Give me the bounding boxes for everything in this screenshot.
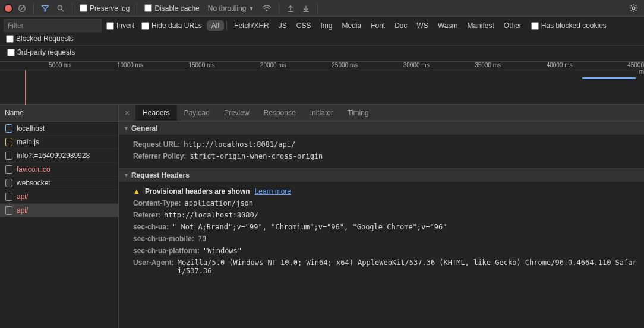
request-item[interactable]: api/ bbox=[0, 204, 118, 217]
timeline-tick: 40000 ms bbox=[547, 62, 573, 68]
type-filter-img[interactable]: Img bbox=[315, 20, 337, 31]
request-item[interactable]: favicon.ico bbox=[0, 163, 118, 176]
network-toolbar: Preserve log Disable cache No throttling… bbox=[0, 0, 644, 17]
detail-tab-preview[interactable]: Preview bbox=[217, 105, 257, 121]
type-filter-all[interactable]: All bbox=[207, 20, 224, 31]
provisional-warning: Provisional headers are shown bbox=[145, 187, 250, 195]
type-filter-wasm[interactable]: Wasm bbox=[433, 20, 463, 31]
header-value: "Windows" bbox=[203, 247, 242, 255]
upload-icon[interactable] bbox=[284, 4, 297, 12]
detail-tabs: × HeadersPayloadPreviewResponseInitiator… bbox=[119, 105, 644, 121]
timeline-tick: 5000 ms bbox=[49, 62, 71, 68]
type-filter-js[interactable]: JS bbox=[274, 20, 292, 31]
timeline-tick: 30000 ms bbox=[403, 62, 430, 68]
timeline-tick: 25000 ms bbox=[332, 62, 358, 68]
header-value: " Not A;Brand";v="99", "Chromium";v="96"… bbox=[172, 223, 447, 231]
timeline-tick: 15000 ms bbox=[188, 62, 214, 68]
general-section-label: General bbox=[131, 124, 158, 133]
header-value: strict-origin-when-cross-origin bbox=[190, 152, 323, 160]
file-icon bbox=[5, 124, 12, 133]
wifi-icon[interactable] bbox=[260, 4, 274, 12]
request-item[interactable]: websocket bbox=[0, 176, 118, 190]
filter-input[interactable] bbox=[4, 19, 102, 32]
header-key: sec-ch-ua-mobile: bbox=[133, 235, 194, 243]
filter-icon[interactable] bbox=[39, 4, 52, 12]
third-party-label: 3rd-party requests bbox=[17, 48, 75, 56]
timeline-tick: 20000 ms bbox=[260, 62, 286, 68]
timeline-tick: 10000 ms bbox=[117, 62, 143, 68]
header-key: Request URL: bbox=[133, 140, 180, 149]
request-detail: × HeadersPayloadPreviewResponseInitiator… bbox=[119, 105, 644, 328]
request-headers-section-header[interactable]: ▼ Request Headers bbox=[119, 168, 644, 182]
request-list: Name localhostmain.jsinfo?t=164099298992… bbox=[0, 105, 119, 328]
gear-icon[interactable] bbox=[627, 4, 640, 12]
type-filter-other[interactable]: Other bbox=[499, 20, 526, 31]
detail-tab-response[interactable]: Response bbox=[257, 105, 303, 121]
invert-checkbox[interactable]: Invert bbox=[104, 21, 137, 30]
header-value: http://localhost:8080/ bbox=[164, 211, 258, 219]
header-value: Mozilla/5.0 (Windows NT 10.0; Win64; x64… bbox=[178, 258, 639, 275]
type-filter-manifest[interactable]: Manifest bbox=[462, 20, 498, 31]
request-item[interactable]: main.js bbox=[0, 135, 118, 149]
has-blocked-cookies-checkbox[interactable]: Has blocked cookies bbox=[529, 21, 609, 30]
file-icon bbox=[5, 152, 12, 160]
header-value: http://localhost:8081/api/ bbox=[184, 140, 295, 149]
blocked-requests-label: Blocked Requests bbox=[16, 34, 74, 43]
general-section-header[interactable]: ▼ General bbox=[119, 121, 644, 135]
header-key: sec-ch-ua: bbox=[133, 223, 169, 231]
throttling-label: No throttling bbox=[208, 4, 247, 12]
svg-line-1 bbox=[20, 6, 24, 10]
request-item[interactable]: info?t=1640992989928 bbox=[0, 149, 118, 163]
header-key: sec-ch-ua-platform: bbox=[133, 247, 200, 255]
request-item[interactable]: api/ bbox=[0, 190, 118, 204]
type-filter-doc[interactable]: Doc bbox=[390, 20, 412, 31]
request-item[interactable]: localhost bbox=[0, 122, 118, 135]
type-filter-fetchxhr[interactable]: Fetch/XHR bbox=[229, 20, 274, 31]
detail-tab-payload[interactable]: Payload bbox=[177, 105, 217, 121]
has-blocked-cookies-label: Has blocked cookies bbox=[541, 21, 607, 30]
request-name: localhost bbox=[17, 124, 45, 133]
clear-icon[interactable] bbox=[15, 4, 29, 12]
disable-cache-label: Disable cache bbox=[154, 4, 199, 12]
disable-cache-checkbox[interactable]: Disable cache bbox=[142, 4, 201, 12]
throttling-select[interactable]: No throttling ▼ bbox=[204, 4, 258, 12]
header-value: ?0 bbox=[198, 235, 206, 243]
close-icon[interactable]: × bbox=[119, 108, 135, 118]
filter-bar-2: 3rd-party requests bbox=[0, 46, 644, 62]
request-name: info?t=1640992989928 bbox=[17, 152, 90, 160]
detail-tab-headers[interactable]: Headers bbox=[135, 105, 176, 121]
third-party-checkbox[interactable]: 3rd-party requests bbox=[5, 48, 77, 56]
search-icon[interactable] bbox=[54, 4, 67, 12]
header-key: Content-Type: bbox=[133, 199, 181, 207]
hide-data-urls-checkbox[interactable]: Hide data URLs bbox=[139, 21, 204, 30]
timeline-marker bbox=[25, 70, 26, 105]
learn-more-link[interactable]: Learn more bbox=[255, 187, 291, 195]
type-filter-ws[interactable]: WS bbox=[412, 20, 433, 31]
download-icon[interactable] bbox=[299, 4, 312, 12]
header-key: Referrer Policy: bbox=[133, 152, 186, 160]
detail-tab-initiator[interactable]: Initiator bbox=[303, 105, 340, 121]
type-filter-css[interactable]: CSS bbox=[292, 20, 316, 31]
invert-label: Invert bbox=[116, 21, 134, 30]
timeline-tick: 35000 ms bbox=[475, 62, 501, 68]
svg-point-5 bbox=[632, 7, 635, 10]
chevron-down-icon: ▼ bbox=[124, 125, 129, 131]
type-filter-media[interactable]: Media bbox=[337, 20, 366, 31]
blocked-requests-checkbox[interactable]: Blocked Requests bbox=[4, 34, 76, 43]
request-name: api/ bbox=[17, 206, 28, 215]
file-icon bbox=[5, 138, 12, 146]
timeline[interactable]: 5000 ms10000 ms15000 ms20000 ms25000 ms3… bbox=[0, 62, 644, 105]
detail-tab-timing[interactable]: Timing bbox=[340, 105, 376, 121]
hide-data-urls-label: Hide data URLs bbox=[151, 21, 202, 30]
preserve-log-checkbox[interactable]: Preserve log bbox=[77, 4, 132, 12]
header-key: Referer: bbox=[133, 211, 160, 219]
timeline-bar bbox=[582, 77, 636, 79]
record-button[interactable] bbox=[4, 4, 13, 13]
svg-point-2 bbox=[58, 5, 62, 10]
name-column-header[interactable]: Name bbox=[0, 105, 118, 122]
header-value: application/json bbox=[184, 199, 253, 207]
svg-line-3 bbox=[62, 9, 64, 11]
request-name: websocket bbox=[17, 179, 50, 187]
type-filter-font[interactable]: Font bbox=[366, 20, 390, 31]
file-icon bbox=[5, 179, 12, 187]
